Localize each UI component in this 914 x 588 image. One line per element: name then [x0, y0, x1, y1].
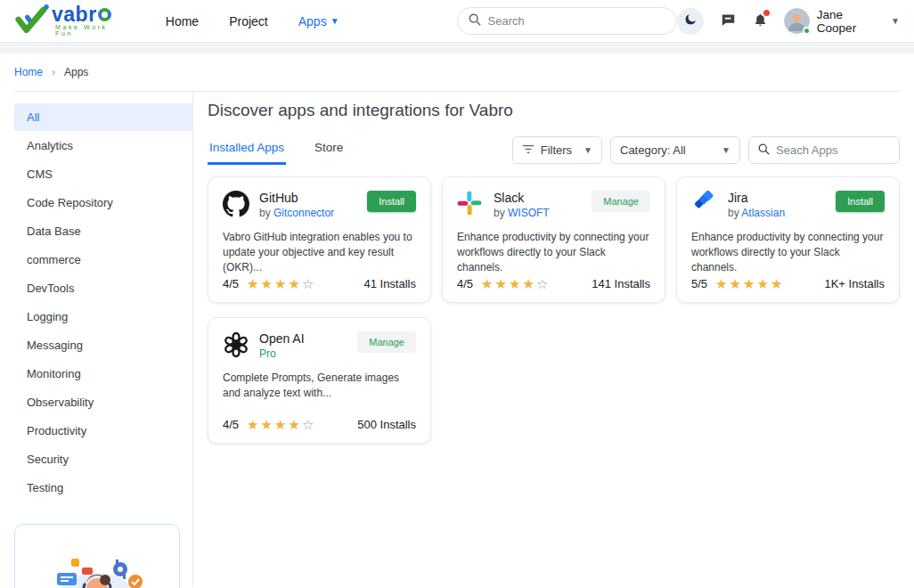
category-sidebar: AllAnalyticsCMSCode RepositoryData Basec…: [14, 92, 193, 587]
star-filled-icon: ★: [743, 276, 756, 291]
user-menu[interactable]: Jane Cooper ▼: [784, 8, 900, 35]
star-filled-icon: ★: [495, 276, 509, 291]
rating-value: 4/5: [223, 277, 239, 290]
global-search[interactable]: [457, 7, 678, 35]
app-name: Jira: [728, 191, 785, 207]
app-card: Slack by WISOFT Manage Enhance productiv…: [442, 176, 665, 303]
sidebar-item-commerce[interactable]: commerce: [14, 246, 192, 274]
nav-item-project[interactable]: Project: [229, 14, 268, 29]
notifications-button[interactable]: [753, 12, 768, 30]
messages-button[interactable]: [720, 12, 737, 30]
vabro-checkmark-icon: [14, 4, 50, 38]
moon-icon: [683, 12, 698, 29]
dark-mode-toggle[interactable]: [677, 8, 704, 35]
install-count: 41 Installs: [363, 277, 416, 290]
brand-tagline: Make Work Fun: [52, 24, 128, 37]
install-count: 141 Installs: [592, 277, 650, 290]
brand-o-icon: [98, 8, 111, 21]
sidebar-item-monitoring[interactable]: Monitoring: [14, 360, 192, 388]
app-card: Open AI Pro Manage Complete Prompts, Gen…: [208, 317, 431, 444]
breadcrumb-home-link[interactable]: Home: [14, 66, 43, 78]
app-name: Slack: [494, 191, 550, 207]
card-action-button[interactable]: Install: [836, 191, 885, 212]
tab-installed-apps[interactable]: Installed Apps: [208, 135, 286, 165]
app-description: Enhance productivity by connecting your …: [457, 230, 650, 275]
online-status-dot: [803, 27, 811, 35]
apps-search-input[interactable]: [776, 143, 890, 157]
rating-value: 4/5: [457, 277, 473, 290]
card-by-label: by: [494, 207, 505, 219]
sidebar-item-analytics[interactable]: Analytics: [14, 132, 192, 159]
app-name: GitHub: [259, 191, 334, 207]
tab-store[interactable]: Store: [313, 135, 345, 165]
card-vendor-link[interactable]: Gitconnector: [273, 207, 334, 219]
chevron-down-icon: ▼: [331, 17, 339, 26]
star-filled-icon: ★: [730, 276, 743, 291]
chevron-right-icon: ›: [52, 66, 55, 78]
star-filled-icon: ★: [274, 276, 288, 291]
star-empty-icon: ☆: [536, 276, 550, 291]
star-filled-icon: ★: [522, 276, 535, 291]
jira-icon: [691, 191, 718, 217]
app-card: Jira by Atlassian Install Enhance produc…: [676, 176, 900, 303]
sidebar-item-data-base[interactable]: Data Base: [14, 217, 192, 245]
tabs: Installed AppsStore: [208, 135, 345, 165]
sidebar-item-cms[interactable]: CMS: [14, 160, 192, 188]
search-input[interactable]: [488, 14, 666, 28]
star-filled-icon: ★: [247, 417, 260, 432]
avatar: [784, 8, 810, 34]
apps-search[interactable]: [748, 136, 900, 164]
card-vendor-link[interactable]: Atlassian: [741, 207, 785, 219]
star-filled-icon: ★: [509, 276, 522, 291]
sidebar-item-logging[interactable]: Logging: [14, 303, 192, 331]
category-select[interactable]: Category: All ▼: [610, 136, 740, 164]
star-rating: ★★★★★: [715, 277, 784, 290]
messages-icon: [720, 12, 737, 30]
breadcrumb-current: Apps: [64, 66, 88, 78]
main-nav: Home Project Apps ▼: [166, 14, 339, 29]
star-empty-icon: ☆: [302, 417, 315, 432]
user-name: Jane Cooper: [817, 8, 884, 35]
brand-text: vabr: [52, 5, 97, 23]
app-description: Complete Prompts, Generate images and an…: [223, 371, 416, 401]
card-action-button[interactable]: Install: [367, 191, 416, 212]
controls-row: Installed AppsStore Filters ▼ Category: …: [208, 135, 900, 165]
rating-value: 5/5: [691, 277, 707, 290]
main-content: Discover apps and integrations for Vabro…: [193, 92, 914, 587]
install-count: 500 Installs: [357, 418, 416, 431]
star-filled-icon: ★: [756, 276, 770, 291]
card-action-button[interactable]: Manage: [592, 191, 650, 212]
filter-icon: [522, 143, 535, 157]
openai-icon: [223, 331, 249, 358]
sidebar-illustration-card: [14, 524, 180, 588]
card-vendor-link[interactable]: WISOFT: [508, 207, 550, 219]
card-vendor-link[interactable]: Pro: [259, 347, 276, 360]
vabro-logo[interactable]: vabr Make Work Fun: [14, 4, 128, 38]
filters-button[interactable]: Filters ▼: [512, 136, 602, 164]
sidebar-item-devtools[interactable]: DevTools: [14, 274, 192, 302]
star-filled-icon: ★: [274, 417, 288, 432]
star-filled-icon: ★: [247, 276, 260, 291]
breadcrumb: Home › Apps: [14, 53, 900, 92]
github-icon: [223, 191, 249, 217]
sidebar-item-all[interactable]: All: [14, 103, 192, 131]
install-count: 1K+ Installs: [824, 277, 885, 290]
divider-strip: [0, 43, 914, 53]
sidebar-item-messaging[interactable]: Messaging: [14, 331, 192, 359]
star-filled-icon: ★: [261, 417, 274, 432]
nav-item-home[interactable]: Home: [166, 14, 199, 29]
rating-value: 4/5: [223, 418, 239, 431]
sidebar-item-code-repository[interactable]: Code Repository: [14, 189, 192, 216]
star-filled-icon: ★: [771, 276, 784, 291]
star-filled-icon: ★: [481, 276, 494, 291]
sidebar-item-security[interactable]: Security: [14, 445, 192, 473]
app-cards-grid: GitHub by Gitconnector Install Vabro Git…: [208, 176, 900, 444]
sidebar-item-testing[interactable]: Testing: [14, 474, 192, 502]
card-action-button[interactable]: Manage: [357, 331, 416, 353]
page-title: Discover apps and integrations for Vabro: [208, 101, 900, 120]
sidebar-item-observability[interactable]: Observability: [14, 388, 192, 416]
card-by-label: by: [728, 207, 739, 219]
slack-icon: [457, 191, 484, 217]
nav-item-apps[interactable]: Apps ▼: [298, 14, 339, 29]
sidebar-item-productivity[interactable]: Productivity: [14, 417, 192, 445]
